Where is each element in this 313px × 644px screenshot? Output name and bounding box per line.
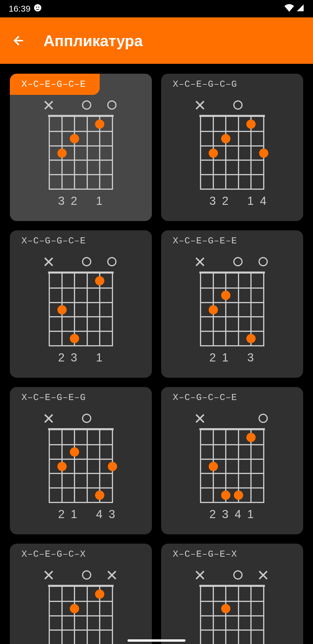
back-button[interactable] xyxy=(12,33,26,48)
status-right xyxy=(284,4,304,14)
chord-diagram: 231 xyxy=(36,257,125,365)
open-string-icon xyxy=(107,257,117,266)
finger-number: 4 xyxy=(260,194,266,207)
fret-dot xyxy=(57,462,67,471)
finger-number: 2 xyxy=(58,508,64,521)
fret-dot xyxy=(95,589,104,599)
open-string-icon xyxy=(233,570,243,580)
fret-dot xyxy=(70,604,79,613)
chord-card[interactable]: X–C–G–G–C–E231 xyxy=(10,230,152,378)
chord-label: X–C–E–G–E–G xyxy=(10,387,152,408)
fret-dot xyxy=(209,462,218,471)
open-string-icon xyxy=(259,257,268,266)
chord-card[interactable]: X–C–E–G–C–X xyxy=(10,544,152,644)
chord-label: X–C–E–G–C–G xyxy=(161,74,303,95)
finger-number: 3 xyxy=(247,351,254,364)
fret-dot xyxy=(234,491,243,500)
fret-dot xyxy=(209,305,218,314)
muted-string-icon xyxy=(44,414,53,423)
page-title: Аппликатура xyxy=(43,32,143,50)
app-bar: Аппликатура xyxy=(0,17,313,64)
finger-number: 2 xyxy=(209,351,216,364)
fret-dot xyxy=(246,120,256,129)
fret-dot xyxy=(246,433,256,442)
chord-card[interactable]: X–C–E–G–E–X xyxy=(161,544,303,644)
muted-string-icon xyxy=(259,570,268,580)
finger-number: 4 xyxy=(96,508,102,521)
chord-label: X–C–E–G–E–X xyxy=(161,544,303,565)
chord-card[interactable]: X–C–E–G–C–E321 xyxy=(10,74,152,221)
open-string-icon xyxy=(233,257,243,266)
finger-number: 2 xyxy=(209,508,216,521)
chord-diagram xyxy=(36,570,125,644)
nav-handle[interactable] xyxy=(128,639,185,642)
finger-number: 4 xyxy=(235,508,241,521)
muted-string-icon xyxy=(107,570,117,580)
fret-dot xyxy=(70,334,79,343)
svg-point-1 xyxy=(36,6,37,8)
open-string-icon xyxy=(233,100,243,110)
finger-number: 1 xyxy=(96,194,102,207)
finger-number: 1 xyxy=(222,351,228,364)
chord-diagram: 2143 xyxy=(36,414,125,522)
fret-dot xyxy=(221,491,230,500)
chord-grid: X–C–E–G–C–E321X–C–E–G–C–G3214X–C–G–G–C–E… xyxy=(0,64,313,644)
finger-number: 3 xyxy=(222,508,228,521)
fret-dot xyxy=(259,149,268,158)
chord-card[interactable]: X–C–E–G–C–G3214 xyxy=(161,74,303,221)
finger-number: 2 xyxy=(222,194,228,207)
status-left: 16:39 xyxy=(9,3,42,14)
fret-dot xyxy=(221,291,230,300)
chord-label: X–C–E–G–C–X xyxy=(10,544,152,565)
finger-number: 1 xyxy=(96,351,102,364)
chord-label: X–C–G–G–C–E xyxy=(10,230,152,252)
finger-number: 1 xyxy=(71,508,77,521)
chord-label: X–C–E–G–E–E xyxy=(161,230,303,252)
signal-icon xyxy=(296,4,304,14)
open-string-icon xyxy=(82,100,91,110)
open-string-icon xyxy=(259,414,268,423)
status-time: 16:39 xyxy=(9,4,30,14)
svg-point-2 xyxy=(38,6,39,8)
finger-number: 1 xyxy=(247,194,254,207)
muted-string-icon xyxy=(195,570,205,580)
chord-diagram: 3214 xyxy=(188,100,277,208)
finger-number: 3 xyxy=(209,194,216,207)
chord-diagram: 213 xyxy=(188,257,277,365)
open-string-icon xyxy=(107,100,117,110)
fret-dot xyxy=(221,134,230,143)
wifi-icon xyxy=(284,4,294,14)
finger-number: 2 xyxy=(58,351,64,364)
finger-number: 1 xyxy=(247,508,254,521)
chord-diagram: 2341 xyxy=(188,414,277,522)
status-bar: 16:39 xyxy=(0,0,313,17)
chord-diagram xyxy=(188,570,277,644)
fret-dot xyxy=(70,134,79,143)
fret-dot xyxy=(57,149,67,158)
muted-string-icon xyxy=(195,414,205,423)
muted-string-icon xyxy=(44,100,53,110)
chord-diagram: 321 xyxy=(36,100,125,208)
open-string-icon xyxy=(82,414,91,423)
chord-card[interactable]: X–C–E–G–E–G2143 xyxy=(10,387,152,534)
fret-dot xyxy=(57,305,67,314)
chord-label: X–C–E–G–C–E xyxy=(10,74,100,95)
fret-dot xyxy=(108,462,117,471)
chord-label: X–C–G–C–C–E xyxy=(161,387,303,408)
chord-card[interactable]: X–C–G–C–C–E2341 xyxy=(161,387,303,534)
fret-dot xyxy=(95,491,104,500)
fret-dot xyxy=(209,149,218,158)
open-string-icon xyxy=(82,570,91,580)
muted-string-icon xyxy=(44,257,53,266)
fret-dot xyxy=(246,334,256,343)
fret-dot xyxy=(95,276,104,285)
fret-dot xyxy=(70,447,79,457)
chord-card[interactable]: X–C–E–G–E–E213 xyxy=(161,230,303,378)
fret-dot xyxy=(221,604,230,613)
muted-string-icon xyxy=(44,570,53,580)
muted-string-icon xyxy=(195,257,205,266)
fret-dot xyxy=(95,120,104,129)
svg-point-0 xyxy=(34,4,41,11)
finger-number: 3 xyxy=(71,351,77,364)
finger-number: 3 xyxy=(109,508,115,521)
